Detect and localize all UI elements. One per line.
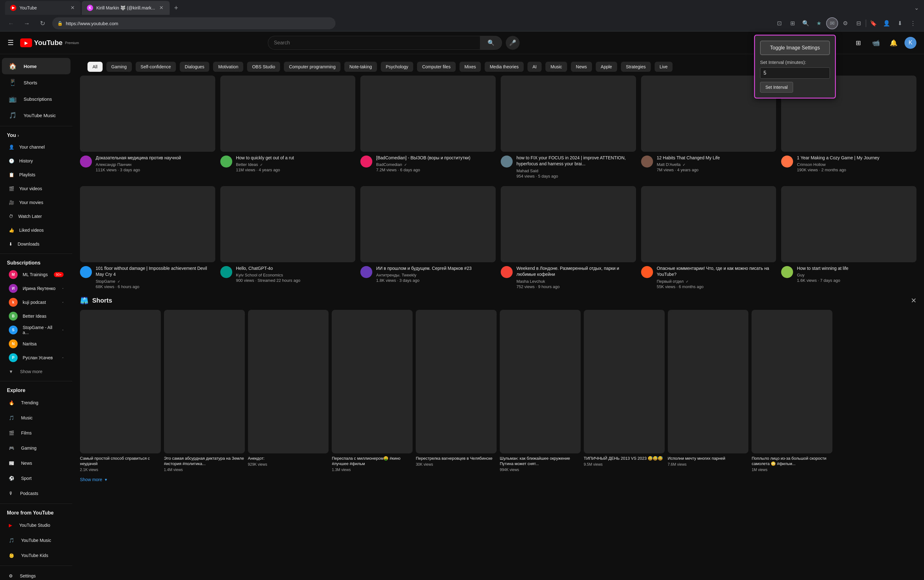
short-card-4[interactable]: Перестрелка вагнеровцев в Челябинске 30K… <box>416 310 497 472</box>
sidebar-item-yt-music[interactable]: 🎵 YouTube Music <box>2 533 71 548</box>
tab-kirill[interactable]: K Kirill Markin 🐺 (@kirill.mark... ✕ <box>82 1 169 15</box>
video-card-0[interactable]: Доказательная медицина против научной Ал… <box>80 76 215 178</box>
screen-capture-button[interactable]: ⊡ <box>773 17 785 29</box>
tab-youtube[interactable]: ▶ YouTube ✕ <box>5 1 81 15</box>
set-interval-button[interactable]: Set Interval <box>760 82 793 92</box>
sidebar-item-your-channel[interactable]: 👤 Your channel <box>2 140 71 154</box>
filter-chip-apple[interactable]: Apple <box>596 62 617 72</box>
short-card-2[interactable]: Анекдот: 929K views <box>248 310 329 472</box>
star-button[interactable]: ★ <box>813 17 825 29</box>
short-card-7[interactable]: Исполни мечту многих парней 7.6M views <box>668 310 749 472</box>
video-card-r2-0[interactable]: 101 floor without damage | Impossible ac… <box>80 186 215 289</box>
user-avatar[interactable]: K <box>904 37 916 49</box>
sidebar-item-history[interactable]: 🕐 History <box>2 154 71 168</box>
filter-chip-music[interactable]: Music <box>546 62 567 72</box>
short-card-0[interactable]: Самый простой способ справиться с неудач… <box>80 310 161 472</box>
filter-chip-self-confidence[interactable]: Self-confidence <box>136 62 176 72</box>
video-card-r2-3[interactable]: Weekend в Лондоне. Размеренный отдых, па… <box>501 186 636 289</box>
filter-chip-note-taking[interactable]: Note-taking <box>344 62 377 72</box>
sidebar-sub-naritsa[interactable]: N Naritsa <box>2 337 71 351</box>
sidebar-item-yt-studio[interactable]: ▶ YouTube Studio <box>2 517 71 533</box>
forward-button[interactable]: → <box>21 17 33 29</box>
tab-close-youtube[interactable]: ✕ <box>69 5 76 11</box>
interval-input[interactable] <box>760 68 830 79</box>
bell-icon[interactable]: 🔔 <box>887 36 901 50</box>
bookmark-button[interactable]: 🔖 <box>867 17 879 29</box>
youtube-logo[interactable]: ▶ YouTube Premium <box>20 38 79 47</box>
ext-gear-button[interactable]: ⚙ <box>839 17 851 29</box>
ext-email-button[interactable]: ✉ <box>826 17 838 29</box>
tab-expand-button[interactable]: ⌄ <box>914 4 919 12</box>
tab-close-kirill[interactable]: ✕ <box>158 5 164 11</box>
sidebar-item-your-movies[interactable]: 🎥 Your movies <box>2 196 71 209</box>
cast-button[interactable]: ⊞ <box>786 17 798 29</box>
video-card-3[interactable]: how to FIX your FOCUS in 2024 | improve … <box>501 76 636 178</box>
sidebar-item-subscriptions[interactable]: 📺 Subscriptions <box>2 91 71 107</box>
upload-icon[interactable]: 📹 <box>869 36 883 50</box>
video-card-2[interactable]: [BadComedian] - ВЫЗОВ (воры и проститутк… <box>360 76 496 178</box>
short-card-3[interactable]: Переспала с миллионером🤑 #кино #лучшее #… <box>332 310 413 472</box>
sidebar-item-youtube-music[interactable]: 🎵 YouTube Music <box>2 107 71 124</box>
sidebar-item-yt-kids[interactable]: 👶 YouTube Kids <box>2 548 71 563</box>
short-card-1[interactable]: Это самая абсурдная диктатура на Земле #… <box>164 310 245 472</box>
search-button[interactable]: 🔍 <box>480 36 502 50</box>
sidebar-sub-ml-trainings[interactable]: M ML Trainings 90+ <box>2 268 71 282</box>
cast-icon[interactable]: ⊞ <box>852 36 865 50</box>
sidebar-item-settings[interactable]: ⚙ Settings <box>2 568 71 580</box>
sidebar-item-watch-later[interactable]: ⏱ Watch Later <box>2 209 71 223</box>
sidebar-sub-irina[interactable]: И Ирина Якутенко · <box>2 282 71 295</box>
new-tab-button[interactable]: + <box>171 3 182 13</box>
filter-chip-dialogues[interactable]: Dialogues <box>180 62 209 72</box>
reload-button[interactable]: ↻ <box>36 17 48 29</box>
sidebar-item-downloads[interactable]: ⬇ Downloads <box>2 237 71 251</box>
sidebar-item-gaming[interactable]: 🎮 Gaming <box>2 440 71 456</box>
filter-chip-computer-files[interactable]: Computer files <box>417 62 455 72</box>
sidebar-item-playlists[interactable]: 📋 Playlists <box>2 168 71 182</box>
back-button[interactable]: ← <box>5 17 17 29</box>
filter-chip-media-theories[interactable]: Media theories <box>485 62 524 72</box>
profile-manage-button[interactable]: 👤 <box>881 17 893 29</box>
address-bar[interactable]: 🔒 https://www.youtube.com <box>52 17 335 29</box>
short-card-6[interactable]: ТИПИЧНЫЙ ДЕНЬ 2013 VS 2023 😅😅😅 9.5M view… <box>584 310 665 472</box>
video-card-r2-5[interactable]: How to start winning at life Guy 1.6K vi… <box>781 186 916 289</box>
sidebar-item-music[interactable]: 🎵 Music <box>2 410 71 425</box>
filter-chip-obs-studio[interactable]: OBS Studio <box>247 62 280 72</box>
short-card-5[interactable]: Шульман: как ближайшее окружение Путина … <box>500 310 580 472</box>
filter-chip-gaming[interactable]: Gaming <box>106 62 132 72</box>
download-button[interactable]: ⬇ <box>894 17 906 29</box>
lens-button[interactable]: 🔍 <box>800 17 812 29</box>
filter-chip-computer-programming[interactable]: Computer programming <box>284 62 340 72</box>
filter-chip-ai[interactable]: AI <box>528 62 542 72</box>
filter-chip-live[interactable]: Live <box>654 62 673 72</box>
browser-menu-button[interactable]: ⋮ <box>907 17 919 29</box>
video-card-r2-1[interactable]: Hello, ChatGPT-4o Kyiv School of Economi… <box>220 186 356 289</box>
filter-chip-news[interactable]: News <box>571 62 592 72</box>
sidebar-item-home[interactable]: 🏠 Home <box>2 58 71 74</box>
filter-chip-psychology[interactable]: Psychology <box>381 62 414 72</box>
sidebar-item-films[interactable]: 🎬 Films <box>2 425 71 440</box>
sidebar-item-shorts[interactable]: 📱 Shorts <box>2 74 71 91</box>
sidebar-sub-ruslan[interactable]: Р Руслан Усачев · <box>2 351 71 365</box>
video-card-r2-4[interactable]: Опасные комментарии! Что, где и как можн… <box>641 186 776 289</box>
sidebar-item-sport[interactable]: ⚽ Sport <box>2 471 71 486</box>
sidebar-sub-better-ideas[interactable]: B Better Ideas <box>2 309 71 323</box>
short-card-8[interactable]: Поплыло лицо из-за большой скорости само… <box>751 310 832 472</box>
show-more-shorts-button[interactable]: Show more ▾ <box>80 475 107 484</box>
toggle-image-settings-button[interactable]: Toggle Image Settings <box>760 41 830 55</box>
show-more-button[interactable]: ▼ Show more <box>2 365 71 379</box>
filter-chip-strategies[interactable]: Strategies <box>621 62 651 72</box>
sidebar-item-your-videos[interactable]: 🎬 Your videos <box>2 182 71 196</box>
sidebar-item-news[interactable]: 📰 News <box>2 456 71 471</box>
filter-chip-mixes[interactable]: Mixes <box>459 62 481 72</box>
mic-button[interactable]: 🎤 <box>506 36 520 50</box>
search-input[interactable] <box>268 36 480 50</box>
hamburger-menu[interactable]: ☰ <box>8 39 14 47</box>
sidebar-sub-stopgame[interactable]: S StopGame - All a... · <box>2 323 71 337</box>
filter-chip-motivation[interactable]: Motivation <box>213 62 243 72</box>
video-card-r2-2[interactable]: ИИ в прошлом и будущем. Сергей Марков #2… <box>360 186 496 289</box>
filter-chip-all[interactable]: All <box>87 62 103 72</box>
sidebar-item-podcasts[interactable]: 🎙 Podcasts <box>2 486 71 501</box>
ext-grid-button[interactable]: ⊟ <box>853 17 865 29</box>
sidebar-item-trending[interactable]: 🔥 Trending <box>2 395 71 410</box>
shorts-close-button[interactable]: ✕ <box>911 297 916 305</box>
